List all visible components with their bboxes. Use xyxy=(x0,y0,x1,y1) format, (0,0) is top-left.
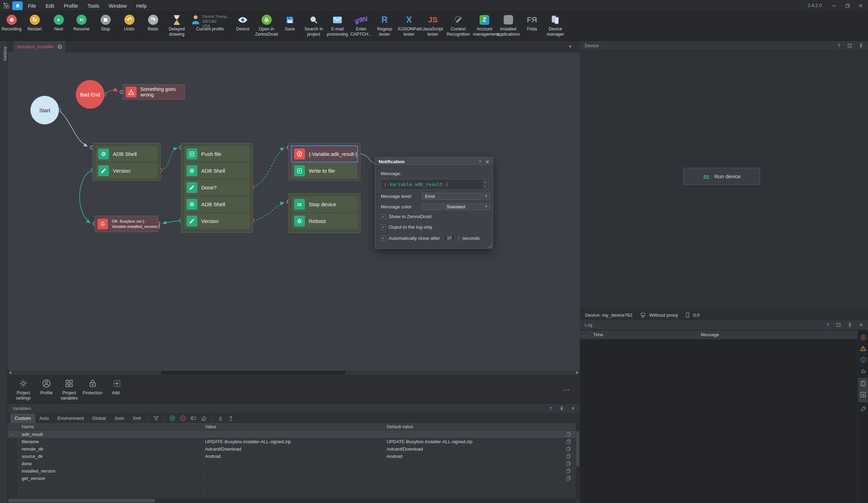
scroll-right-arrow[interactable] xyxy=(576,371,578,374)
variables-horizontal-scrollbar[interactable] xyxy=(8,498,576,503)
toolbar-current-profile[interactable]: Derrick Thomp... 3/9/1992 USA Current pr… xyxy=(188,14,232,32)
minimize-button[interactable] xyxy=(830,2,838,9)
seconds-input[interactable]: 10▲▼ xyxy=(443,235,455,241)
checkbox-checked[interactable]: ✓ xyxy=(381,224,386,230)
tab-json[interactable]: Json xyxy=(110,414,129,423)
filter-icon[interactable] xyxy=(151,415,161,422)
expand-icon[interactable] xyxy=(859,390,867,399)
toolbar-enter-captcha[interactable]: g9N Enter CAPTCH... xyxy=(350,14,373,37)
menu-file[interactable]: File xyxy=(28,3,36,9)
table-row[interactable]: installed_version xyxy=(8,467,576,475)
copy-icon[interactable] xyxy=(566,446,571,452)
maximize-icon[interactable] xyxy=(848,44,852,48)
toolbar-account-management[interactable]: Z Account management xyxy=(473,14,496,37)
flowchart-canvas[interactable]: Start Bad End Something goes wrong ADB S… xyxy=(8,52,580,371)
toolbar-open-in-zennodroid[interactable]: Open in ZennoDroid xyxy=(255,14,278,37)
maximize-icon[interactable] xyxy=(837,323,840,327)
action-version[interactable]: Version xyxy=(184,213,250,229)
bad-end-node[interactable]: Bad End xyxy=(76,80,104,109)
action-adb-shell[interactable]: ADB Shell xyxy=(96,146,158,162)
message-input[interactable]: {-Variable.adb_result-} ▲▼ xyxy=(380,179,488,190)
run-device-button[interactable]: Run device xyxy=(683,168,760,185)
toolbar-javascript-tester[interactable]: JS JavaScript tester xyxy=(421,14,444,37)
copy-icon[interactable] xyxy=(566,431,571,437)
tab-environment[interactable]: Environment xyxy=(53,414,88,423)
device-log-icon[interactable] xyxy=(859,379,867,388)
highlight-icon[interactable] xyxy=(859,367,867,375)
toolbar-frida[interactable]: FЯ Frida xyxy=(520,14,544,32)
scrollbar-thumb[interactable] xyxy=(161,371,345,375)
action-version[interactable]: Version xyxy=(96,163,158,179)
toolbar-delayed-drawing[interactable]: Delayed drawing xyxy=(165,14,188,37)
toolbar-device[interactable]: Device xyxy=(231,14,254,32)
menu-help[interactable]: Help xyxy=(136,3,147,9)
toolbar-undo[interactable]: ↶ Undo xyxy=(118,14,141,32)
actions-dock-tab[interactable]: Actions xyxy=(0,44,8,64)
col-default-value[interactable]: Default value xyxy=(387,424,413,429)
start-node[interactable]: Start xyxy=(30,96,59,124)
toolbar-email-processing[interactable]: E-mail processing xyxy=(326,14,349,37)
toolbar-device-manager[interactable]: Device manager xyxy=(544,14,567,37)
pin-icon[interactable] xyxy=(560,406,564,411)
flow-group-2[interactable]: Push file ADB Shell Done? ADB Shell Vers… xyxy=(181,143,253,233)
resize-grip[interactable] xyxy=(488,243,492,247)
add-button[interactable]: Add xyxy=(104,378,127,396)
toolbar-regexp-tester[interactable]: R Regexp tester xyxy=(373,14,396,37)
export-icon[interactable] xyxy=(226,415,236,422)
flow-group-4[interactable]: Stop device Reboot xyxy=(289,193,360,233)
toolbar-save[interactable]: Save xyxy=(278,14,301,32)
table-row[interactable]: → adb_result xyxy=(8,431,576,438)
pin-icon[interactable] xyxy=(859,43,863,48)
tab-close-icon[interactable] xyxy=(57,44,62,49)
scrollbar-thumb[interactable] xyxy=(576,431,579,466)
toolbar-next[interactable]: Next xyxy=(47,14,70,32)
table-row[interactable]: filename UPDATE-Busybox.Installer-ALL-si… xyxy=(8,438,576,445)
col-message[interactable]: Message xyxy=(701,332,719,337)
tab-busybox-installer[interactable]: busybox_installer xyxy=(13,41,66,52)
restore-button[interactable] xyxy=(844,2,851,9)
help-icon[interactable]: ? xyxy=(838,43,840,48)
action-adb-shell[interactable]: ADB Shell xyxy=(184,196,250,212)
action-stop-device[interactable]: Stop device xyxy=(292,196,357,212)
scroll-left-arrow[interactable] xyxy=(9,371,11,374)
error-filter-icon[interactable] xyxy=(859,333,867,342)
scrollbar-thumb[interactable] xyxy=(8,499,155,502)
flow-group-1[interactable]: ADB Shell Version xyxy=(93,143,161,181)
warning-filter-icon[interactable] xyxy=(859,344,867,353)
info-filter-icon[interactable] xyxy=(859,355,867,364)
checkbox-checked[interactable]: ✓ xyxy=(381,214,386,219)
message-level-dropdown[interactable]: Error▼ xyxy=(422,193,490,200)
seconds-stepper[interactable]: ▲▼ xyxy=(458,235,460,242)
tab-list-dropdown-icon[interactable]: ▼ xyxy=(568,44,572,49)
col-name[interactable]: Name xyxy=(22,424,34,429)
pin-icon[interactable] xyxy=(848,323,852,328)
flow-group-3[interactable]: {-Variable.adb_result-} Write to file xyxy=(289,143,360,181)
close-icon[interactable]: ✕ xyxy=(486,159,489,165)
toolbar-redo[interactable]: ↷ Redo xyxy=(141,14,165,32)
action-adb-shell[interactable]: ADB Shell xyxy=(184,163,250,179)
import-icon[interactable] xyxy=(215,415,226,422)
toolbar-installed-applications[interactable]: Installed applications xyxy=(497,14,520,37)
table-row[interactable]: done xyxy=(8,460,576,467)
more-button[interactable]: ... xyxy=(563,386,570,392)
canvas-horizontal-scrollbar[interactable] xyxy=(8,371,580,375)
toolbar-restart[interactable]: ↻ Restart xyxy=(23,14,46,32)
tab-custom[interactable]: Custom xyxy=(10,414,35,423)
project-variables-button[interactable]: Project variables xyxy=(58,378,80,401)
table-row[interactable]: remote_dir /sdcard/Download /sdcard/Down… xyxy=(8,445,576,453)
menu-edit[interactable]: Edit xyxy=(45,3,54,9)
close-icon[interactable]: ✕ xyxy=(859,322,863,328)
help-icon[interactable]: ? xyxy=(478,159,481,164)
clear-log-icon[interactable] xyxy=(859,404,867,413)
checkbox-checked[interactable]: ✓ xyxy=(381,236,386,241)
warning-node[interactable]: Something goes wrong xyxy=(123,84,185,100)
toolbar-xjsonpath-tester[interactable]: X X/JSONPath tester xyxy=(397,14,421,37)
project-settings-button[interactable]: Project settings xyxy=(12,378,35,401)
menu-profile[interactable]: Profile xyxy=(64,3,78,9)
help-icon[interactable]: ? xyxy=(826,322,829,328)
action-write-to-file[interactable]: Write to file xyxy=(292,163,357,179)
toolbar-context-recognition[interactable]: Context Recognition xyxy=(447,14,470,37)
copy-icon[interactable] xyxy=(566,439,571,444)
profile-button[interactable]: Profile xyxy=(35,378,58,396)
menu-tools[interactable]: Tools xyxy=(87,3,99,9)
